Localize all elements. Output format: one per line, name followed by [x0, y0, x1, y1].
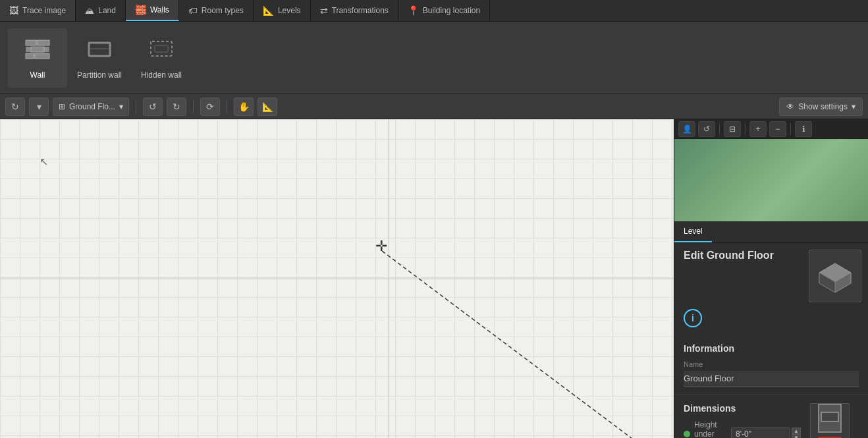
layers-button[interactable]: ⊟ — [724, 121, 741, 137]
edit-ground-floor-title: Edit Ground Floor — [674, 243, 783, 264]
height-value-box: 8'-0" — [731, 427, 790, 438]
tab-levels[interactable]: 📐 Levels — [254, 0, 311, 21]
walls-icon: 🧱 — [135, 5, 146, 15]
wall-tool-icon — [24, 36, 51, 67]
preview-sep-2 — [745, 123, 746, 135]
height-dot — [684, 431, 690, 437]
preview-toolbar: 👤 ↺ ⊟ + − ℹ — [674, 119, 868, 139]
level-icon: ⊞ — [59, 102, 65, 111]
level-dropdown[interactable]: ⊞ Ground Flo... ▾ — [53, 97, 129, 116]
hidden-wall-tool-icon — [148, 36, 175, 67]
info-tab-icon[interactable]: i — [684, 309, 702, 327]
building-location-icon: 📍 — [408, 5, 419, 16]
hidden-wall-tool[interactable]: Hidden wall — [132, 28, 191, 88]
name-field-label: Name — [684, 360, 859, 368]
wall-tool[interactable]: Wall — [8, 28, 67, 88]
canvas-area[interactable]: ✛ ↖ — [0, 119, 674, 438]
wall-preview-inner — [818, 404, 842, 433]
preview-sep-3 — [790, 123, 791, 135]
dimensions-section: Dimensions Height under ce... 8'-0" — [674, 395, 868, 438]
svg-rect-8 — [89, 43, 110, 56]
transformations-icon: ⇄ — [320, 5, 328, 16]
settings-chevron-icon: ▾ — [852, 102, 855, 111]
height-spinners: ▲ ▼ — [792, 427, 801, 438]
info-button[interactable]: ℹ — [795, 121, 812, 137]
room-types-icon: 🏷 — [188, 5, 198, 16]
top-navigation: 🖼 Trace image ⛰ Land 🧱 Walls 🏷 Room type… — [0, 0, 868, 22]
props-tabs: Level — [674, 221, 868, 243]
land-icon: ⛰ — [85, 5, 94, 16]
wall-preview-window — [821, 412, 839, 422]
separator-2 — [193, 100, 194, 113]
undo-button[interactable]: ↺ — [143, 97, 163, 116]
information-section-title: Information — [684, 343, 859, 354]
tool-bar: Wall Partition wall Hidden wall — [0, 22, 868, 94]
dropdown-chevron-icon: ▾ — [119, 102, 123, 111]
eye-icon: 👁 — [786, 102, 794, 111]
redo-button[interactable]: ↻ — [167, 97, 186, 116]
height-label: Height under ce... — [694, 420, 727, 438]
level-icon-preview — [809, 250, 861, 302]
name-field-input[interactable] — [684, 371, 859, 387]
person-view-button[interactable]: 👤 — [678, 121, 695, 137]
wall-cross-section-preview — [810, 403, 850, 438]
show-settings-button[interactable]: 👁 Show settings ▾ — [779, 97, 863, 116]
height-down-spinner[interactable]: ▼ — [792, 434, 801, 438]
height-row: Height under ce... 8'-0" ▲ ▼ — [684, 420, 801, 438]
partition-wall-tool[interactable]: Partition wall — [70, 28, 129, 88]
tab-land[interactable]: ⛰ Land — [76, 0, 126, 21]
levels-icon: 📐 — [263, 5, 274, 16]
svg-rect-10 — [151, 41, 172, 56]
tab-level[interactable]: Level — [674, 221, 712, 242]
hand-tool-button[interactable]: ✋ — [234, 97, 254, 116]
refresh-button[interactable]: ⟳ — [200, 97, 220, 116]
svg-rect-1 — [26, 47, 49, 52]
arrow-button[interactable]: ▾ — [29, 97, 49, 116]
information-section: Information Name — [674, 335, 868, 395]
move-cursor-icon: ✛ — [375, 238, 387, 255]
tab-trace-image[interactable]: 🖼 Trace image — [0, 0, 76, 21]
3d-preview — [674, 139, 868, 221]
tab-walls[interactable]: 🧱 Walls — [126, 0, 179, 21]
zoom-in-button[interactable]: + — [749, 121, 767, 137]
right-panel: 👤 ↺ ⊟ + − ℹ Level Edit Gr — [674, 119, 868, 438]
height-up-spinner[interactable]: ▲ — [792, 427, 801, 434]
svg-rect-11 — [155, 45, 168, 52]
main-area: ✛ ↖ 👤 ↺ ⊟ + − ℹ — [0, 119, 868, 438]
svg-rect-2 — [26, 53, 49, 59]
partition-wall-tool-icon — [86, 36, 113, 67]
sync-button[interactable]: ↻ — [5, 97, 25, 116]
zoom-out-button[interactable]: − — [769, 121, 786, 137]
trace-image-icon: 🖼 — [9, 5, 18, 16]
dimensions-section-title: Dimensions — [684, 403, 801, 414]
separator-1 — [136, 100, 136, 113]
action-bar: ↻ ▾ ⊞ Ground Flo... ▾ ↺ ↻ ⟳ ✋ 📐 👁 Show s… — [0, 94, 868, 119]
rotate-view-button[interactable]: ↺ — [698, 121, 715, 137]
canvas-horizontal-line — [0, 279, 674, 279]
tab-building-location[interactable]: 📍 Building location — [398, 0, 490, 21]
properties-panel: Level Edit Ground Floor — [674, 221, 868, 438]
cursor-arrow: ↖ — [40, 155, 48, 168]
preview-sep-1 — [719, 123, 720, 135]
tab-room-types[interactable]: 🏷 Room types — [179, 0, 254, 21]
separator-3 — [227, 100, 227, 113]
tab-transformations[interactable]: ⇄ Transformations — [311, 0, 398, 21]
measure-button[interactable]: 📐 — [258, 97, 277, 116]
